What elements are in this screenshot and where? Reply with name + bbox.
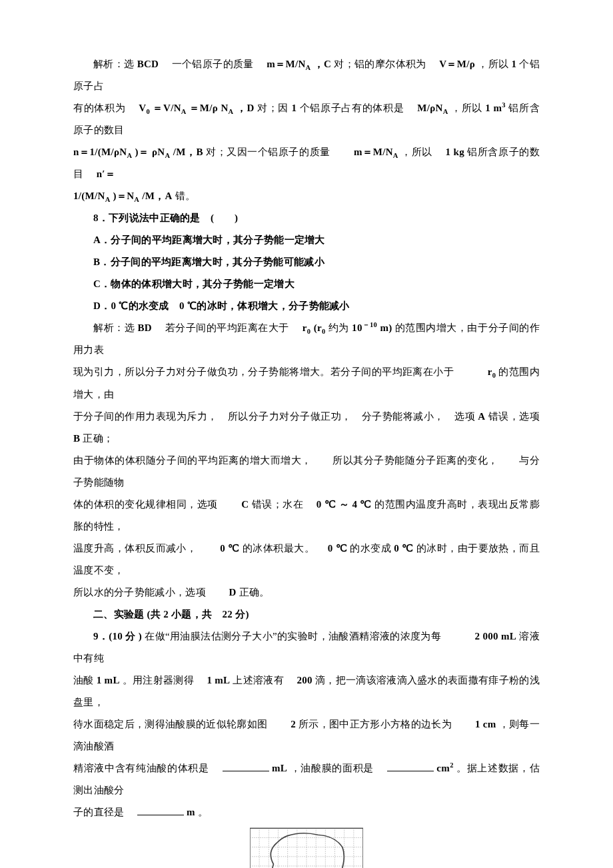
opt: C bbox=[241, 499, 249, 510]
txt: D．0 ℃的水变成 0 ℃的冰时，体积增大，分子势能减小 bbox=[93, 300, 350, 311]
unit: cm bbox=[436, 763, 450, 773]
sub: A bbox=[181, 108, 187, 115]
txt: /M，A bbox=[142, 191, 172, 201]
q7-analysis-l1: 解析：选 BCD 一个铝原子的质量 m＝M/NA ，C 对；铝的摩尔体积为 V＝… bbox=[73, 53, 540, 97]
val: 1 mL bbox=[97, 675, 120, 685]
q9-l4: 精溶液中含有纯油酸的体积是 mL ，油酸膜的面积是 cm2 。据上述数据，估测出… bbox=[73, 757, 540, 801]
q8-analysis-l6: 温度升高，体积反而减小， 0 ℃ 的冰体积最大。 0 ℃ 的水变成 0 ℃ 的冰… bbox=[73, 538, 540, 582]
num: 1 bbox=[291, 103, 297, 113]
q7-analysis-l4: 1/(M/NA )＝NA /M，A 错。 bbox=[73, 185, 540, 207]
temp: 0 ℃ bbox=[394, 543, 413, 554]
blank-volume[interactable] bbox=[223, 761, 269, 771]
txt: ，油酸膜的面积是 bbox=[291, 763, 384, 773]
unit: 1 kg bbox=[446, 147, 465, 157]
unit: 1 m bbox=[485, 103, 502, 113]
txt: C．物体的体积增大时，其分子势能一定增大 bbox=[93, 278, 295, 289]
num: 10 bbox=[352, 322, 362, 333]
txt: 在做“用油膜法估测分子大小”的实验时，油酸酒精溶液的浓度为每 bbox=[145, 631, 472, 642]
answer-bcd: BCD bbox=[137, 59, 159, 69]
q8-opt-a: A．分子间的平均距离增大时，其分子势能一定增大 bbox=[73, 229, 540, 251]
q8-analysis-l1: 解析：选 BD 若分子间的平均距离在大于 r0 (r0 约为 10－10 m) … bbox=[73, 317, 540, 361]
unit: mL bbox=[272, 763, 287, 773]
unit: m) bbox=[380, 322, 392, 333]
q9-l1: 9．(10 分 ) 在做“用油膜法估测分子大小”的实验时，油酸酒精溶液的浓度为每… bbox=[73, 626, 540, 669]
val: 1 mL bbox=[207, 675, 230, 685]
q8-stem: 8．下列说法中正确的是 ( ) bbox=[73, 207, 540, 229]
q8-analysis-l4: 由于物体的体积随分子间的平均距离的增大而增大， 所以其分子势能随分子距离的变化，… bbox=[73, 450, 540, 494]
txt: B．分子间的平均距离增大时，其分子势能可能减小 bbox=[93, 256, 324, 267]
sub: 0 bbox=[492, 372, 496, 379]
txt: 温度升高，体积反而减小， bbox=[73, 543, 217, 554]
q7-analysis-l2: 有的体积为 V0 ＝V/NA ＝M/ρ NA ，D 对；因 1 个铝原子占有的体… bbox=[73, 97, 540, 141]
sub: A bbox=[229, 108, 234, 115]
sub: A bbox=[306, 64, 311, 71]
txt: 解析：选 bbox=[93, 322, 137, 333]
sub: A bbox=[393, 152, 398, 159]
txt: 对；又因一个铝原子的质量 bbox=[206, 147, 351, 157]
txt: 油酸 bbox=[73, 675, 97, 685]
val: 200 bbox=[297, 675, 312, 685]
qnum: 9．(10 分 ) bbox=[93, 631, 142, 642]
q8-analysis-l2: 现为引力，所以分子力对分子做负功，分子势能将增大。若分子间的平均距离在小于 r0… bbox=[73, 361, 540, 405]
txt: 解析：选 bbox=[93, 59, 137, 69]
txt: 正确。 bbox=[239, 587, 270, 598]
txt: ，所以 bbox=[451, 103, 485, 113]
temp: 0 ℃ bbox=[220, 543, 239, 554]
q8-analysis-l7: 所以水的分子势能减小，选项 D 正确。 bbox=[73, 582, 540, 604]
txt: A．分子间的平均距离增大时，其分子势能一定增大 bbox=[93, 234, 325, 245]
txt: 个铝原子占有的体积是 bbox=[300, 103, 414, 113]
opt: A bbox=[478, 411, 485, 422]
txt: 对；铝的摩尔体积为 bbox=[334, 59, 436, 69]
sup: 2 bbox=[450, 761, 454, 769]
sub: A bbox=[127, 152, 132, 159]
txt: 的水变成 bbox=[350, 543, 394, 554]
txt: 错误，选项 bbox=[488, 411, 540, 422]
oil-film-grid-icon bbox=[250, 826, 363, 868]
var: (r bbox=[314, 322, 322, 333]
sub: 0 bbox=[307, 328, 311, 335]
txt: 正确； bbox=[83, 433, 113, 444]
temp: 0 ℃ bbox=[328, 543, 347, 554]
q9-l5: 子的直径是 m 。 bbox=[73, 801, 540, 823]
formula: m＝M/N bbox=[267, 59, 305, 69]
txt: 。用注射器测得 bbox=[123, 675, 205, 685]
blank-diameter[interactable] bbox=[137, 805, 184, 815]
range: 0 ℃ ～ 4 ℃ bbox=[316, 499, 372, 510]
sub: 0 bbox=[322, 328, 326, 335]
txt: 二、实验题 (共 2 小题，共 22 分) bbox=[93, 609, 249, 620]
txt: 上述溶液有 bbox=[233, 675, 294, 685]
figure-2 bbox=[73, 826, 540, 868]
q8-opt-d: D．0 ℃的水变成 0 ℃的冰时，体积增大，分子势能减小 bbox=[73, 295, 540, 317]
txt: 错。 bbox=[175, 191, 196, 201]
q8-opt-b: B．分子间的平均距离增大时，其分子势能可能减小 bbox=[73, 251, 540, 273]
txt: 若分子间的平均距离在大于 bbox=[155, 322, 299, 333]
txt: 体的体积的变化规律相同，选项 bbox=[73, 499, 239, 510]
section-2-heading: 二、实验题 (共 2 小题，共 22 分) bbox=[73, 604, 540, 626]
formula: M/ρN bbox=[417, 103, 442, 113]
var: r bbox=[488, 366, 492, 377]
sub: 0 bbox=[146, 108, 150, 115]
txt: 对；因 bbox=[257, 103, 291, 113]
q8-analysis-l5: 体的体积的变化规律相同，选项 C 错误；水在 0 ℃ ～ 4 ℃ 的范围内温度升… bbox=[73, 494, 540, 538]
sub: A bbox=[134, 196, 139, 203]
txt: 约为 bbox=[328, 322, 352, 333]
formula: V＝M/ρ bbox=[439, 59, 475, 69]
txt: 的冰体积最大。 bbox=[243, 543, 325, 554]
txt: ，所以 bbox=[401, 147, 442, 157]
formula: )＝ ρN bbox=[135, 147, 165, 157]
txt: 8．下列说法中正确的是 ( ) bbox=[93, 213, 238, 223]
val: 2 000 mL bbox=[475, 631, 517, 642]
txt: 精溶液中含有纯油酸的体积是 bbox=[73, 763, 219, 773]
txt: 于分子间的作用力表现为斥力， 所以分子力对分子做正功， 分子势能将减小， 选项 bbox=[73, 411, 478, 422]
sub: A bbox=[165, 152, 170, 159]
txt: ，所以 bbox=[478, 59, 511, 69]
formula: n′＝ bbox=[97, 169, 115, 179]
blank-area[interactable] bbox=[387, 761, 434, 771]
txt: /M，B bbox=[173, 147, 203, 157]
txt: 有的体积为 bbox=[73, 103, 136, 113]
formula: m＝M/N bbox=[354, 147, 393, 157]
var: r bbox=[303, 322, 307, 333]
unit: m bbox=[187, 807, 195, 817]
sub: A bbox=[443, 108, 448, 115]
val: 1 cm bbox=[475, 719, 496, 729]
